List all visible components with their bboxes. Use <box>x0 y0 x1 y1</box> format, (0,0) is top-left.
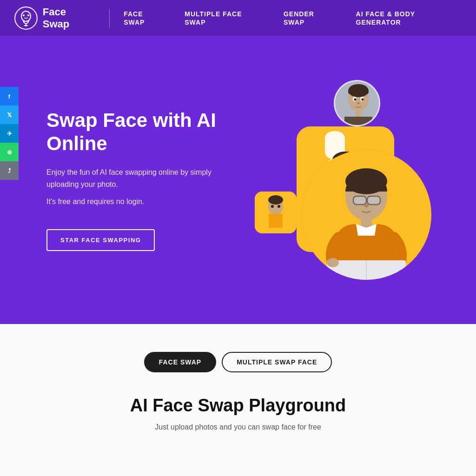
social-whatsapp[interactable]: ⊕ <box>0 143 19 161</box>
social-share[interactable]: ⤴ <box>0 161 19 180</box>
svg-point-14 <box>357 102 360 104</box>
logo[interactable]: Face Swap <box>14 6 95 30</box>
nav-link-ai[interactable]: AI FACE & BODY GENERATOR <box>356 10 415 26</box>
playground-section: FACE SWAP MULTIPLE SWAP FACE AI Face Swa… <box>0 324 476 476</box>
social-twitter[interactable]: 𝕏 <box>0 106 19 124</box>
hero-title: Swap Face with AI Online <box>46 109 247 156</box>
svg-rect-20 <box>269 214 283 228</box>
svg-point-12 <box>354 99 357 101</box>
svg-rect-15 <box>356 110 361 117</box>
nav-link-gender[interactable]: GENDER SWAP <box>284 10 314 26</box>
tab-multiple-swap[interactable]: MULTIPLE SWAP FACE <box>222 352 332 372</box>
hero-cta-button[interactable]: STAR FACE SWAPPING <box>46 229 155 251</box>
svg-rect-9 <box>348 90 369 94</box>
face-portrait-svg <box>335 81 380 126</box>
nav-item-face-swap[interactable]: FACE SWAP <box>124 10 166 26</box>
hero-image-composition: ▼ ▶ <box>255 80 441 280</box>
tab-group: FACE SWAP MULTIPLE SWAP FACE <box>144 352 332 372</box>
hero-description: Enjoy the fun of AI face swapping online… <box>46 166 223 190</box>
thumbnail-svg <box>255 192 297 233</box>
svg-point-4 <box>23 14 25 16</box>
social-telegram[interactable]: ✈ <box>0 124 19 143</box>
thumbnail-left <box>255 192 297 233</box>
social-facebook[interactable]: f <box>0 87 19 106</box>
svg-point-19 <box>268 195 283 205</box>
nav-item-ai[interactable]: AI FACE & BODY GENERATOR <box>356 10 462 26</box>
nav-links: FACE SWAP MULTIPLE FACE SWAP GENDER SWAP… <box>124 10 462 26</box>
hero-free-text: It's free and requires no login. <box>46 198 247 206</box>
svg-point-1 <box>21 11 31 21</box>
svg-point-44 <box>327 258 339 267</box>
main-circle-image <box>301 150 431 280</box>
logo-icon <box>14 6 38 30</box>
social-sidebar: f 𝕏 ✈ ⊕ ⤴ <box>0 87 19 180</box>
svg-rect-37 <box>353 196 366 205</box>
hero-section: f 𝕏 ✈ ⊕ ⤴ Swap Face with AI Online Enjoy… <box>0 36 476 324</box>
svg-point-13 <box>362 99 364 101</box>
svg-rect-38 <box>367 196 380 205</box>
logo-text: Face Swap <box>43 6 95 30</box>
hero-content-right: ▼ ▶ <box>247 64 448 296</box>
svg-point-22 <box>278 205 280 208</box>
nav-item-multiple[interactable]: MULTIPLE FACE SWAP <box>185 10 265 26</box>
navbar: Face Swap FACE SWAP MULTIPLE FACE SWAP G… <box>0 0 476 36</box>
nav-link-multiple[interactable]: MULTIPLE FACE SWAP <box>185 10 242 26</box>
face-portrait-top <box>334 80 380 126</box>
playground-title: AI Face Swap Playground <box>130 396 346 416</box>
tab-face-swap[interactable]: FACE SWAP <box>144 352 216 372</box>
main-circle-svg <box>301 150 431 280</box>
hero-content-left: Swap Face with AI Online Enjoy the fun o… <box>46 109 247 251</box>
nav-divider <box>109 9 110 27</box>
svg-point-21 <box>271 205 274 208</box>
playground-subtitle: Just upload photos and you can swap face… <box>155 423 321 431</box>
nav-item-gender[interactable]: GENDER SWAP <box>284 10 337 26</box>
nav-link-face-swap[interactable]: FACE SWAP <box>124 10 145 26</box>
svg-point-40 <box>364 204 369 207</box>
svg-point-5 <box>27 14 29 16</box>
